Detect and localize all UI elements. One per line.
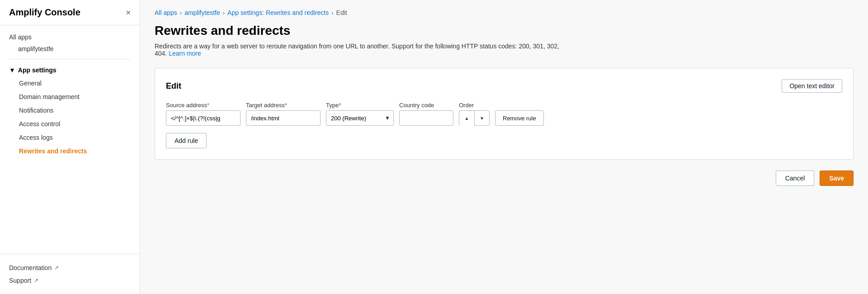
learn-more-link[interactable]: Learn more bbox=[169, 50, 201, 57]
edit-card: Edit Open text editor Source address* Ta… bbox=[155, 68, 854, 160]
sidebar-documentation-label: Documentation bbox=[9, 264, 52, 271]
sidebar-item-support[interactable]: Support ↗ bbox=[9, 274, 131, 287]
edit-card-title: Edit bbox=[166, 81, 181, 91]
sidebar-item-access-logs[interactable]: Access logs bbox=[9, 131, 131, 144]
remove-rule-field-group: X Remove rule bbox=[495, 102, 544, 126]
sidebar-item-general[interactable]: General bbox=[9, 76, 131, 90]
breadcrumb: All apps › amplifytestfe › App settings:… bbox=[155, 9, 854, 16]
breadcrumb-sep-3: › bbox=[331, 9, 333, 16]
order-field-group: Order ▲ ▼ bbox=[459, 102, 490, 126]
sidebar-title: Amplify Console bbox=[9, 7, 80, 18]
page-title: Rewrites and redirects bbox=[155, 24, 854, 38]
sidebar-support-label: Support bbox=[9, 277, 31, 284]
country-code-input[interactable] bbox=[399, 110, 453, 126]
type-select[interactable]: 200 (Rewrite) 301 (Redirect - Permanent)… bbox=[326, 110, 394, 126]
open-text-editor-button[interactable]: Open text editor bbox=[782, 79, 842, 93]
breadcrumb-app-settings[interactable]: App settings: Rewrites and redirects bbox=[227, 9, 329, 16]
order-label: Order bbox=[459, 102, 490, 109]
type-field-group: Type* 200 (Rewrite) 301 (Redirect - Perm… bbox=[326, 102, 394, 126]
sidebar-item-domain-management[interactable]: Domain management bbox=[9, 90, 131, 104]
type-label: Type* bbox=[326, 102, 394, 109]
external-link-icon-documentation: ↗ bbox=[54, 265, 59, 271]
footer-actions: Cancel Save bbox=[155, 171, 854, 186]
sidebar-item-all-apps[interactable]: All apps bbox=[9, 31, 131, 43]
sidebar-item-rewrites-redirects[interactable]: Rewrites and redirects bbox=[9, 144, 131, 158]
edit-card-header: Edit Open text editor bbox=[166, 79, 842, 93]
sidebar: Amplify Console × All apps amplifytestfe… bbox=[0, 0, 140, 294]
source-address-input[interactable] bbox=[166, 110, 241, 126]
target-address-input[interactable] bbox=[246, 110, 321, 126]
sidebar-app-settings-header[interactable]: ▼ App settings bbox=[9, 64, 131, 76]
source-address-field-group: Source address* bbox=[166, 102, 241, 126]
sidebar-nav: All apps amplifytestfe ▼ App settings Ge… bbox=[0, 25, 140, 158]
page-description: Redirects are a way for a web server to … bbox=[155, 43, 561, 57]
type-select-wrapper: 200 (Rewrite) 301 (Redirect - Permanent)… bbox=[326, 110, 394, 126]
order-up-button[interactable]: ▲ bbox=[459, 110, 474, 126]
target-required-star: * bbox=[285, 102, 287, 109]
add-rule-button[interactable]: Add rule bbox=[166, 133, 207, 148]
target-address-field-group: Target address* bbox=[246, 102, 321, 126]
sidebar-bottom: Documentation ↗ Support ↗ bbox=[0, 254, 140, 294]
breadcrumb-edit: Edit bbox=[336, 9, 347, 16]
order-buttons-group: ▲ ▼ bbox=[459, 110, 490, 126]
target-address-label: Target address* bbox=[246, 102, 321, 109]
order-down-button[interactable]: ▼ bbox=[474, 110, 490, 126]
country-code-field-group: Country code bbox=[399, 102, 453, 126]
chevron-down-icon: ▼ bbox=[9, 66, 15, 74]
breadcrumb-app-name[interactable]: amplifytestfe bbox=[184, 9, 220, 16]
breadcrumb-all-apps[interactable]: All apps bbox=[155, 9, 177, 16]
source-address-label: Source address* bbox=[166, 102, 241, 109]
type-required-star: * bbox=[339, 102, 341, 109]
breadcrumb-sep-2: › bbox=[223, 9, 225, 16]
source-required-star: * bbox=[207, 102, 209, 109]
rule-row: Source address* Target address* Type* 20… bbox=[166, 102, 842, 126]
sidebar-item-app-name[interactable]: amplifytestfe bbox=[9, 43, 131, 54]
save-button[interactable]: Save bbox=[820, 171, 854, 186]
main-content: All apps › amplifytestfe › App settings:… bbox=[140, 0, 868, 294]
sidebar-item-documentation[interactable]: Documentation ↗ bbox=[9, 261, 131, 274]
cancel-button[interactable]: Cancel bbox=[776, 171, 815, 186]
sidebar-app-settings-label: App settings bbox=[18, 66, 57, 74]
sidebar-close-button[interactable]: × bbox=[126, 9, 131, 17]
remove-rule-button[interactable]: Remove rule bbox=[495, 110, 544, 126]
external-link-icon-support: ↗ bbox=[34, 277, 38, 284]
sidebar-header: Amplify Console × bbox=[0, 0, 140, 25]
country-code-label: Country code bbox=[399, 102, 453, 109]
sidebar-item-access-control[interactable]: Access control bbox=[9, 117, 131, 131]
breadcrumb-sep-1: › bbox=[180, 9, 182, 16]
sidebar-item-notifications[interactable]: Notifications bbox=[9, 104, 131, 117]
